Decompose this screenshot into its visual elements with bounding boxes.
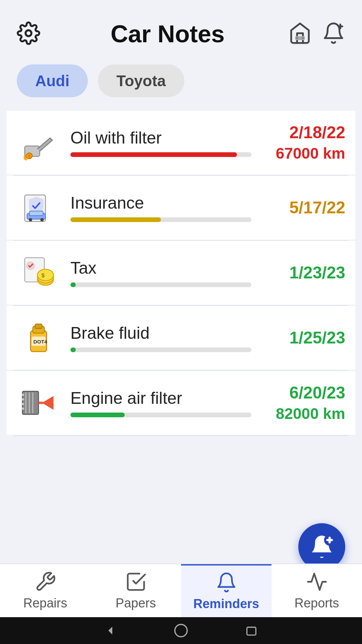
svg-point-30 — [22, 394, 24, 396]
oil-icon — [17, 121, 60, 164]
tax-date: 1/23/23 — [261, 262, 345, 284]
nav-item-papers[interactable]: Papers — [90, 564, 181, 617]
nav-item-repairs[interactable]: Repairs — [0, 564, 90, 617]
svg-point-33 — [22, 408, 24, 410]
svg-point-41 — [175, 625, 187, 637]
svg-rect-12 — [29, 211, 43, 216]
nav-item-reminders[interactable]: Reminders — [181, 564, 272, 617]
oil-date: 2/18/22 67000 km — [261, 122, 345, 164]
svg-rect-42 — [247, 627, 256, 635]
insurance-name: Insurance — [70, 193, 251, 213]
svg-point-31 — [22, 398, 24, 400]
page-title: Car Notes — [47, 20, 288, 48]
svg-marker-34 — [42, 396, 53, 410]
svg-text:DOT4: DOT4 — [34, 339, 48, 344]
insurance-progress-fill — [70, 217, 161, 222]
bottom-nav: Repairs Papers Reminders Reports — [0, 564, 362, 617]
tax-name: Tax — [70, 258, 251, 278]
system-bar — [0, 617, 362, 644]
svg-point-2 — [296, 38, 298, 39]
insurance-icon — [17, 186, 60, 229]
svg-point-14 — [40, 218, 44, 221]
reminder-item-air-filter[interactable]: Engine air filter 6/20/23 82000 km — [7, 371, 355, 435]
svg-point-3 — [302, 38, 304, 39]
air-filter-icon — [17, 381, 60, 425]
air-filter-progress-track — [70, 413, 251, 417]
nav-reminders-label: Reminders — [193, 597, 259, 611]
nav-papers-label: Papers — [116, 596, 156, 610]
tax-icon: $ — [17, 251, 60, 294]
svg-point-32 — [22, 403, 24, 405]
add-reminder-fab[interactable] — [298, 523, 345, 570]
svg-rect-23 — [35, 324, 42, 329]
home-button[interactable] — [173, 622, 189, 639]
tab-toyota[interactable]: Toyota — [98, 64, 184, 97]
tab-audi[interactable]: Audi — [17, 64, 88, 97]
brake-icon: DOT4 — [17, 316, 60, 360]
insurance-date: 5/17/22 — [261, 197, 345, 219]
svg-marker-40 — [108, 627, 112, 634]
car-tabs: Audi Toyota — [0, 58, 362, 111]
back-button[interactable] — [102, 622, 119, 639]
oil-progress-fill — [70, 152, 237, 157]
reminder-item-tax[interactable]: $ Tax 1/23/23 — [7, 241, 355, 305]
air-filter-name: Engine air filter — [70, 388, 251, 408]
insurance-progress-track — [70, 217, 251, 222]
reminder-item-insurance[interactable]: Insurance 5/17/22 — [7, 176, 355, 239]
oil-name: Oil with filter — [70, 128, 251, 148]
oil-progress-track — [70, 152, 251, 157]
recents-button[interactable] — [243, 622, 260, 639]
nav-item-reports[interactable]: Reports — [272, 564, 362, 617]
brake-date: 1/25/23 — [261, 327, 345, 349]
svg-text:$: $ — [42, 272, 45, 279]
gear-icon[interactable] — [17, 21, 40, 46]
brake-content: Brake fluid — [60, 323, 261, 352]
brake-name: Brake fluid — [70, 323, 251, 343]
brake-progress-track — [70, 347, 251, 352]
svg-point-8 — [28, 154, 31, 157]
air-filter-content: Engine air filter — [60, 388, 261, 417]
add-reminder-header-icon[interactable] — [322, 21, 345, 46]
svg-rect-26 — [22, 391, 39, 415]
reminder-item-oil[interactable]: Oil with filter 2/18/22 67000 km — [7, 111, 355, 174]
oil-content: Oil with filter — [60, 128, 261, 157]
brake-progress-fill — [70, 347, 76, 352]
garage-icon[interactable] — [288, 21, 312, 46]
svg-point-19 — [38, 269, 54, 281]
reminders-list: Oil with filter 2/18/22 67000 km — [0, 111, 362, 436]
header-action-icons — [288, 21, 345, 46]
nav-reports-label: Reports — [294, 596, 339, 610]
tax-content: Tax — [60, 258, 261, 287]
header: Car Notes — [0, 0, 362, 58]
insurance-content: Insurance — [60, 193, 261, 222]
tax-progress-track — [70, 282, 251, 287]
air-filter-date: 6/20/23 82000 km — [261, 382, 345, 424]
svg-point-0 — [25, 30, 32, 36]
tax-progress-fill — [70, 282, 76, 287]
svg-point-13 — [29, 218, 32, 221]
air-filter-progress-fill — [70, 413, 125, 417]
nav-repairs-label: Repairs — [23, 596, 67, 610]
reminder-item-brake[interactable]: DOT4 Brake fluid 1/25/23 — [7, 306, 355, 370]
